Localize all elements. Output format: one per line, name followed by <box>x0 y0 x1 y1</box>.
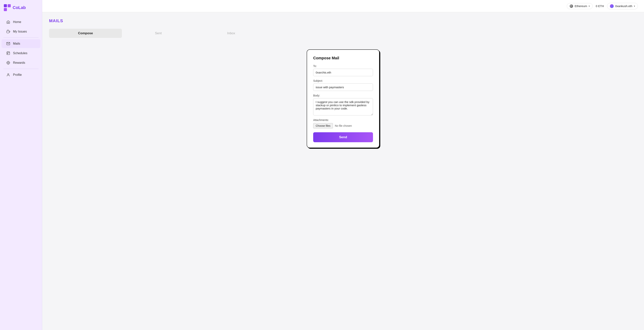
sidebar-mails-label: Mails <box>13 42 20 45</box>
subject-input[interactable] <box>313 83 373 91</box>
schedules-icon <box>6 51 10 55</box>
no-file-text: No file chosen <box>335 124 352 127</box>
main-area: Ethereum ▾ 0 ETH 0xankush.eth ▾ MAILS Co… <box>42 0 644 330</box>
body-textarea[interactable]: I suggest you can use the sdk provided b… <box>313 98 373 115</box>
app-name: CoLab <box>13 5 26 10</box>
sidebar-item-rewards[interactable]: Rewards <box>2 58 40 67</box>
compose-area: Compose Mail To: Subject: Body: I sugges… <box>49 46 637 148</box>
svg-rect-0 <box>4 4 7 7</box>
to-input[interactable] <box>313 69 373 76</box>
svg-rect-11 <box>8 53 8 54</box>
attachments-label: Attachments: <box>313 119 373 122</box>
wallet-address: 0xankush.eth <box>615 4 632 8</box>
sidebar-item-profile[interactable]: Profile <box>2 70 40 79</box>
sidebar-item-home[interactable]: Home <box>2 18 40 26</box>
network-dot-icon <box>570 4 573 8</box>
send-button[interactable]: Send <box>313 132 373 142</box>
tab-inbox[interactable]: Inbox <box>195 29 268 38</box>
sidebar-logo[interactable]: CoLab <box>0 0 42 15</box>
to-label: To: <box>313 64 373 68</box>
sidebar-profile-label: Profile <box>13 73 22 77</box>
attachments-group: Attachments: Choose files No file chosen <box>313 119 373 132</box>
svg-point-13 <box>8 62 9 64</box>
compose-card-title: Compose Mail <box>313 56 373 60</box>
content-area: MAILS Compose Sent Inbox Compose Mail To… <box>42 12 644 330</box>
sidebar-item-my-issues[interactable]: My Issues <box>2 27 40 36</box>
tabs-bar: Compose Sent Inbox <box>49 29 637 38</box>
attachments-row: Choose files No file chosen <box>313 123 373 129</box>
network-selector[interactable]: Ethereum ▾ <box>567 3 593 9</box>
sidebar-item-schedules[interactable]: Schedules <box>2 49 40 58</box>
sidebar-schedules-label: Schedules <box>13 51 28 55</box>
colab-logo-icon <box>4 4 11 11</box>
body-label: Body: <box>313 94 373 97</box>
sidebar-my-issues-label: My Issues <box>13 30 27 33</box>
page-title: MAILS <box>49 18 637 23</box>
header: Ethereum ▾ 0 ETH 0xankush.eth ▾ <box>42 0 644 12</box>
wallet-chevron-icon: ▾ <box>634 5 635 7</box>
rewards-icon <box>6 61 10 65</box>
sidebar-item-mails[interactable]: Mails <box>2 39 40 48</box>
home-icon <box>6 20 10 24</box>
eth-amount: 0 ETH <box>596 4 604 8</box>
sidebar-divider-2 <box>4 69 38 69</box>
body-field-group: Body: I suggest you can use the sdk prov… <box>313 94 373 115</box>
compose-card: Compose Mail To: Subject: Body: I sugges… <box>307 49 380 148</box>
svg-rect-1 <box>8 4 11 7</box>
network-chevron-icon: ▾ <box>588 5 590 7</box>
mails-icon <box>6 41 10 46</box>
tab-sent[interactable]: Sent <box>122 29 195 38</box>
subject-label: Subject: <box>313 79 373 82</box>
profile-icon <box>6 73 10 77</box>
subject-field-group: Subject: <box>313 79 373 91</box>
choose-files-button[interactable]: Choose files <box>313 123 333 129</box>
sidebar-home-label: Home <box>13 20 21 24</box>
svg-rect-2 <box>4 8 7 11</box>
svg-rect-7 <box>7 52 10 55</box>
sidebar: CoLab Home My <box>0 0 42 330</box>
wallet-selector[interactable]: 0xankush.eth ▾ <box>607 3 638 9</box>
tab-compose[interactable]: Compose <box>49 29 122 38</box>
issues-icon <box>6 29 10 34</box>
to-field-group: To: <box>313 64 373 76</box>
sidebar-divider-1 <box>4 37 38 38</box>
sidebar-rewards-label: Rewards <box>13 61 25 64</box>
wallet-avatar-icon <box>610 4 614 8</box>
svg-point-12 <box>7 61 10 64</box>
svg-point-18 <box>8 73 9 75</box>
network-label: Ethereum <box>574 4 587 8</box>
sidebar-nav: Home My Issues <box>0 15 42 330</box>
